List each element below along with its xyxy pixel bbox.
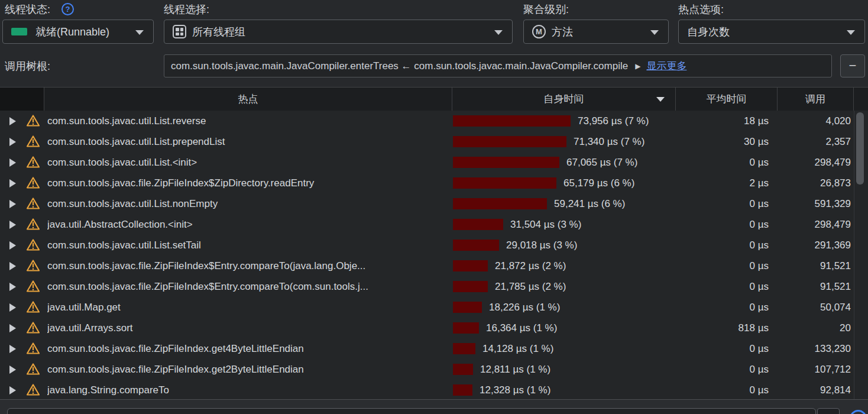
- expand-arrow-icon[interactable]: [9, 159, 16, 167]
- column-header-hotspot[interactable]: 热点: [44, 88, 452, 111]
- table-row[interactable]: com.sun.tools.javac.util.List.setTail 29…: [0, 235, 868, 255]
- call-tree-root-breadcrumb[interactable]: com.sun.tools.javac.main.JavaCompiler.en…: [164, 54, 832, 77]
- table-row[interactable]: com.sun.tools.javac.util.List.<init> 67,…: [0, 152, 868, 173]
- warning-icon: [26, 218, 40, 231]
- self-time-bar: [453, 115, 571, 127]
- calls-value: 20: [779, 318, 851, 338]
- method-name: com.sun.tools.javac.util.List.setTail: [47, 235, 448, 255]
- expand-arrow-icon[interactable]: [9, 138, 16, 146]
- self-time-value: 16,364 µs (1 %): [486, 318, 557, 338]
- expand-arrow-icon[interactable]: [9, 386, 16, 394]
- thread-state-label: 线程状态:: [5, 2, 50, 17]
- self-time-value: 18,226 µs (1 %): [489, 297, 560, 318]
- table-row[interactable]: com.sun.tools.javac.util.List.prependLis…: [0, 131, 868, 152]
- table-row[interactable]: com.sun.tools.javac.util.List.nonEmpty 5…: [0, 193, 868, 214]
- chevron-down-icon: [494, 30, 503, 35]
- thread-state-value: 就绪(Runnable): [35, 25, 109, 39]
- method-name: com.sun.tools.javac.util.List.<init>: [47, 152, 448, 173]
- method-level-icon: M: [532, 25, 546, 38]
- warning-icon: [26, 300, 40, 313]
- avg-time-value: 818 µs: [680, 318, 769, 338]
- avg-time-value: 0 µs: [680, 380, 769, 399]
- avg-time-value: 18 µs: [680, 111, 769, 131]
- self-time-bar: [453, 343, 475, 354]
- self-time-bar: [453, 136, 566, 147]
- table-row[interactable]: com.sun.tools.javac.file.ZipFileIndex$En…: [0, 276, 868, 297]
- warning-icon: [26, 259, 40, 272]
- expand-arrow-icon[interactable]: [9, 179, 16, 187]
- calls-value: 4,020: [779, 111, 851, 131]
- column-header-avg-time[interactable]: 平均时间: [676, 88, 778, 111]
- self-time-value: 21,785 µs (2 %): [495, 276, 566, 297]
- show-more-link[interactable]: 显示更多: [646, 59, 686, 73]
- filter-input[interactable]: [7, 408, 816, 414]
- calls-value: 591,329: [779, 193, 851, 214]
- chevron-down-icon: [847, 30, 855, 35]
- filter-option-button[interactable]: [817, 408, 840, 414]
- hotspot-options-dropdown[interactable]: 自身次数: [678, 20, 865, 44]
- calls-value: 91,521: [779, 255, 851, 276]
- table-row[interactable]: com.sun.tools.javac.file.ZipFileIndex$Zi…: [0, 173, 868, 193]
- thread-selection-label: 线程选择:: [164, 2, 209, 17]
- self-time-value: 67,065 µs (7 %): [566, 152, 637, 173]
- table-row[interactable]: java.util.AbstractCollection.<init> 31,5…: [0, 214, 868, 235]
- table-row[interactable]: com.sun.tools.javac.file.ZipFileIndex$En…: [0, 255, 868, 276]
- self-time-value: 71,340 µs (7 %): [574, 131, 644, 152]
- method-name: com.sun.tools.javac.util.List.nonEmpty: [47, 193, 448, 214]
- method-name: com.sun.tools.javac.util.List.reverse: [47, 111, 448, 131]
- thread-selection-dropdown[interactable]: 所有线程组: [164, 20, 513, 44]
- help-icon[interactable]: ?: [61, 3, 74, 15]
- warning-icon: [26, 342, 40, 355]
- hotspot-options-value: 自身次数: [687, 25, 730, 39]
- calls-value: 291,369: [779, 235, 851, 255]
- avg-time-value: 30 µs: [680, 131, 769, 152]
- expand-arrow-icon[interactable]: [9, 241, 16, 250]
- hotspot-table-body: com.sun.tools.javac.util.List.reverse 73…: [0, 111, 868, 399]
- self-time-value: 12,328 µs (1 %): [480, 380, 550, 399]
- expand-arrow-icon[interactable]: [9, 221, 16, 229]
- avg-time-value: 0 µs: [680, 297, 769, 318]
- avg-time-value: 0 µs: [680, 152, 769, 173]
- aggregation-dropdown[interactable]: M 方法: [523, 20, 669, 44]
- breadcrumb-path: com.sun.tools.javac.main.JavaCompiler.en…: [171, 60, 628, 72]
- expand-arrow-icon[interactable]: [9, 117, 16, 125]
- column-header-self-time[interactable]: 自身时间: [452, 88, 676, 111]
- table-row[interactable]: com.sun.tools.javac.util.List.reverse 73…: [0, 111, 868, 131]
- avg-time-value: 0 µs: [680, 359, 769, 380]
- calls-value: 91,521: [779, 276, 851, 297]
- avg-time-value: 0 µs: [680, 255, 769, 276]
- header-corner-cell: [0, 88, 44, 111]
- table-row[interactable]: java.util.Arrays.sort 16,364 µs (1 %) 81…: [0, 318, 868, 338]
- aggregation-value: 方法: [552, 25, 573, 39]
- self-time-bar: [453, 177, 556, 189]
- expand-arrow-icon[interactable]: [9, 366, 16, 374]
- column-header-self-time-label: 自身时间: [544, 93, 584, 105]
- self-time-value: 12,811 µs (1 %): [480, 359, 550, 380]
- self-time-value: 73,956 µs (7 %): [578, 111, 649, 131]
- expand-arrow-icon[interactable]: [9, 283, 16, 291]
- table-row[interactable]: java.lang.String.compareTo 12,328 µs (1 …: [0, 380, 868, 399]
- calls-value: 298,479: [779, 152, 851, 173]
- expand-arrow-icon[interactable]: [9, 324, 16, 332]
- expand-arrow-icon[interactable]: [9, 345, 16, 353]
- table-row[interactable]: java.util.Map.get 18,226 µs (1 %) 0 µs 5…: [0, 297, 868, 318]
- expand-arrow-icon[interactable]: [9, 262, 16, 270]
- vertical-scrollbar-thumb[interactable]: [856, 112, 864, 185]
- thread-state-dropdown[interactable]: 就绪(Runnable): [2, 20, 154, 44]
- collapse-button[interactable]: −: [840, 54, 865, 77]
- expand-arrow-icon[interactable]: [9, 200, 16, 208]
- table-row[interactable]: com.sun.tools.javac.file.ZipFileIndex.ge…: [0, 359, 868, 380]
- table-row[interactable]: com.sun.tools.javac.file.ZipFileIndex.ge…: [0, 338, 868, 359]
- avg-time-value: 0 µs: [680, 276, 769, 297]
- warning-icon: [26, 363, 40, 376]
- hotspot-options-label: 热点选项:: [678, 2, 724, 17]
- self-time-value: 29,018 µs (3 %): [506, 235, 577, 255]
- self-time-bar: [453, 364, 473, 375]
- expand-arrow-icon[interactable]: [9, 303, 16, 312]
- chevron-down-icon: [135, 30, 144, 35]
- self-time-bar: [453, 198, 547, 209]
- warning-icon: [26, 197, 40, 210]
- calls-value: 2,357: [779, 131, 851, 152]
- self-time-value: 59,241 µs (6 %): [554, 193, 625, 214]
- column-header-calls[interactable]: 调用: [778, 88, 854, 111]
